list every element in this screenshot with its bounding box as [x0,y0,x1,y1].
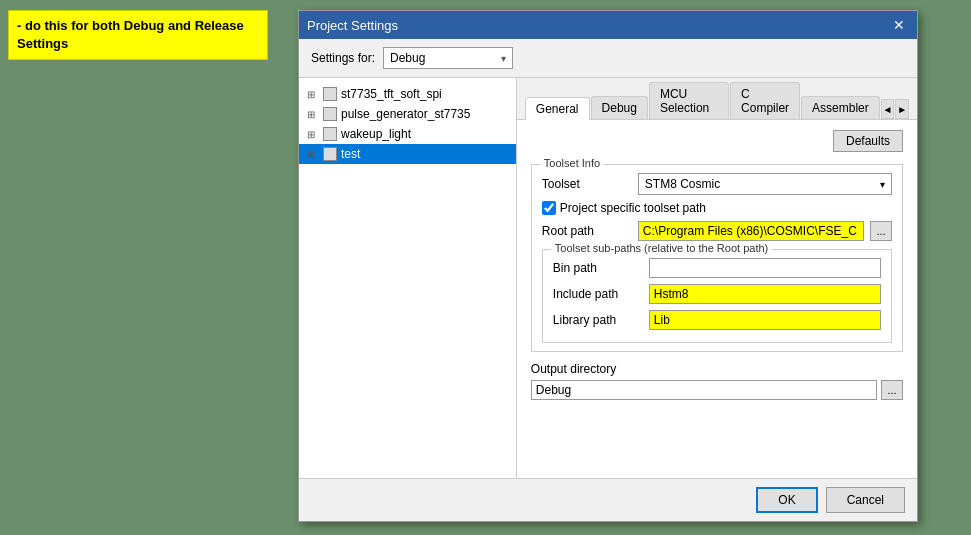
output-directory-row: ... [531,380,903,400]
toolset-dropdown-arrow-icon: ▾ [880,179,885,190]
toolset-dropdown[interactable]: STM8 Cosmic ▾ [638,173,892,195]
toolset-label: Toolset [542,177,632,191]
library-path-row: Library path [553,310,881,330]
main-content: ⊞ st7735_tft_soft_spi ⊞ pulse_generator_… [299,78,917,478]
toolset-row: Toolset STM8 Cosmic ▾ [542,173,892,195]
dropdown-arrow-icon: ▾ [501,53,506,64]
tree-item-wakeup[interactable]: ⊞ wakeup_light [299,124,516,144]
project-tree: ⊞ st7735_tft_soft_spi ⊞ pulse_generator_… [299,78,517,478]
dialog-footer: OK Cancel [299,478,917,521]
bin-path-label: Bin path [553,261,643,275]
project-specific-toolset-checkbox[interactable] [542,201,556,215]
subpaths-group: Toolset sub-paths (relative to the Root … [542,249,892,343]
tree-item-icon [323,87,337,101]
root-path-browse-button[interactable]: ... [870,221,892,241]
root-path-input[interactable]: C:\Program Files (x86)\COSMIC\FSE_C [638,221,864,241]
project-specific-toolset-row: Project specific toolset path [542,201,892,215]
dialog-title: Project Settings [307,18,398,33]
tab-debug[interactable]: Debug [591,96,648,119]
output-directory-input[interactable] [531,380,877,400]
bin-path-row: Bin path [553,258,881,278]
expand-icon: ⊞ [307,149,319,160]
tab-mcu-selection[interactable]: MCU Selection [649,82,729,119]
tree-item-icon [323,147,337,161]
settings-panel: General Debug MCU Selection C Compiler A… [517,78,917,478]
close-button[interactable]: ✕ [889,18,909,32]
tab-nav-next-button[interactable]: ► [895,99,909,119]
cancel-button[interactable]: Cancel [826,487,905,513]
tab-nav-prev-button[interactable]: ◄ [881,99,895,119]
tab-general-content: Defaults Toolset Info Toolset STM8 Cosmi… [517,120,917,478]
dialog-body: Settings for: Debug ▾ ⊞ st7735_tft_soft_… [299,39,917,521]
expand-icon: ⊞ [307,109,319,120]
tab-c-compiler[interactable]: C Compiler [730,82,800,119]
project-settings-dialog: Project Settings ✕ Settings for: Debug ▾… [298,10,918,522]
tab-assembler[interactable]: Assembler [801,96,880,119]
expand-icon: ⊞ [307,89,319,100]
toolset-info-legend: Toolset Info [540,157,604,169]
settings-for-dropdown[interactable]: Debug ▾ [383,47,513,69]
tree-item-icon [323,107,337,121]
tabs-bar: General Debug MCU Selection C Compiler A… [517,78,917,120]
tree-item-icon [323,127,337,141]
settings-for-row: Settings for: Debug ▾ [299,39,917,78]
subpaths-legend: Toolset sub-paths (relative to the Root … [551,242,772,254]
library-path-label: Library path [553,313,643,327]
ok-button[interactable]: OK [756,487,817,513]
root-path-label: Root path [542,224,632,238]
tree-item-pulse[interactable]: ⊞ pulse_generator_st7735 [299,104,516,124]
include-path-row: Include path [553,284,881,304]
tree-item-st7735[interactable]: ⊞ st7735_tft_soft_spi [299,84,516,104]
output-directory-label: Output directory [531,362,903,376]
settings-for-label: Settings for: [311,51,375,65]
annotation-note: - do this for both Debug and Release Set… [8,10,268,60]
bin-path-input[interactable] [649,258,881,278]
defaults-row: Defaults [531,130,903,160]
toolset-info-group: Toolset Info Toolset STM8 Cosmic ▾ [531,164,903,352]
root-path-row: Root path C:\Program Files (x86)\COSMIC\… [542,221,892,241]
include-path-input[interactable] [649,284,881,304]
project-specific-toolset-label: Project specific toolset path [560,201,706,215]
expand-icon: ⊞ [307,129,319,140]
include-path-label: Include path [553,287,643,301]
titlebar: Project Settings ✕ [299,11,917,39]
library-path-input[interactable] [649,310,881,330]
tree-item-test[interactable]: ⊞ test [299,144,516,164]
defaults-button[interactable]: Defaults [833,130,903,152]
tab-general[interactable]: General [525,97,590,120]
output-directory-section: Output directory ... [531,362,903,400]
output-directory-browse-button[interactable]: ... [881,380,903,400]
